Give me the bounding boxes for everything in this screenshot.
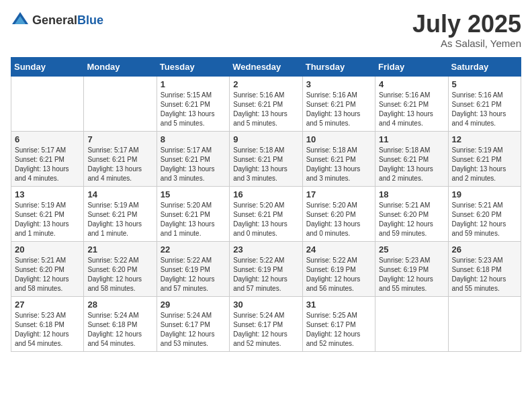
day-info: Sunrise: 5:22 AMSunset: 6:19 PMDaylight:…	[161, 256, 226, 293]
calendar-cell: 3Sunrise: 5:16 AMSunset: 6:21 PMDaylight…	[302, 76, 375, 131]
calendar-cell: 20Sunrise: 5:21 AMSunset: 6:20 PMDayligh…	[11, 241, 84, 296]
logo-icon	[11, 11, 30, 30]
title-area: July 2025 As Salasil, Yemen	[412, 11, 521, 49]
calendar-cell: 25Sunrise: 5:23 AMSunset: 6:19 PMDayligh…	[375, 241, 448, 296]
day-number: 11	[379, 134, 444, 144]
day-info: Sunrise: 5:17 AMSunset: 6:21 PMDaylight:…	[161, 146, 226, 183]
calendar-cell: 12Sunrise: 5:19 AMSunset: 6:21 PMDayligh…	[448, 131, 521, 186]
day-number: 16	[233, 189, 298, 199]
day-number: 8	[161, 134, 226, 144]
day-info: Sunrise: 5:22 AMSunset: 6:20 PMDaylight:…	[87, 256, 152, 293]
day-number: 20	[15, 244, 80, 255]
day-number: 7	[87, 134, 152, 144]
day-info: Sunrise: 5:22 AMSunset: 6:19 PMDaylight:…	[233, 256, 298, 293]
logo: GeneralBlue	[11, 11, 103, 30]
day-info: Sunrise: 5:18 AMSunset: 6:21 PMDaylight:…	[306, 146, 371, 183]
calendar-cell: 29Sunrise: 5:24 AMSunset: 6:17 PMDayligh…	[157, 296, 229, 351]
day-number: 18	[379, 189, 444, 199]
day-number: 30	[233, 300, 298, 310]
day-number: 2	[233, 79, 298, 89]
calendar-cell	[11, 76, 84, 131]
day-info: Sunrise: 5:16 AMSunset: 6:21 PMDaylight:…	[379, 91, 444, 128]
day-info: Sunrise: 5:24 AMSunset: 6:17 PMDaylight:…	[233, 311, 298, 349]
weekday-header: Thursday	[302, 57, 375, 76]
weekday-header: Monday	[84, 57, 157, 76]
weekday-header: Saturday	[448, 57, 521, 76]
calendar-cell: 16Sunrise: 5:20 AMSunset: 6:21 PMDayligh…	[230, 186, 302, 241]
day-info: Sunrise: 5:17 AMSunset: 6:21 PMDaylight:…	[15, 146, 80, 183]
day-number: 1	[161, 79, 226, 89]
calendar-cell: 24Sunrise: 5:22 AMSunset: 6:19 PMDayligh…	[302, 241, 375, 296]
calendar-table: SundayMondayTuesdayWednesdayThursdayFrid…	[11, 57, 521, 352]
day-number: 27	[15, 300, 80, 310]
day-number: 21	[87, 244, 152, 255]
calendar-cell: 27Sunrise: 5:23 AMSunset: 6:18 PMDayligh…	[11, 296, 84, 351]
calendar-cell: 5Sunrise: 5:16 AMSunset: 6:21 PMDaylight…	[448, 76, 521, 131]
day-info: Sunrise: 5:16 AMSunset: 6:21 PMDaylight:…	[306, 91, 371, 128]
calendar-cell: 23Sunrise: 5:22 AMSunset: 6:19 PMDayligh…	[230, 241, 302, 296]
day-info: Sunrise: 5:21 AMSunset: 6:20 PMDaylight:…	[452, 201, 517, 238]
day-number: 3	[306, 79, 371, 89]
calendar-cell: 31Sunrise: 5:25 AMSunset: 6:17 PMDayligh…	[302, 296, 375, 351]
calendar-cell: 2Sunrise: 5:16 AMSunset: 6:21 PMDaylight…	[230, 76, 302, 131]
day-info: Sunrise: 5:21 AMSunset: 6:20 PMDaylight:…	[379, 201, 444, 238]
calendar-cell: 6Sunrise: 5:17 AMSunset: 6:21 PMDaylight…	[11, 131, 84, 186]
page-header: GeneralBlue July 2025 As Salasil, Yemen	[11, 11, 521, 49]
day-info: Sunrise: 5:23 AMSunset: 6:18 PMDaylight:…	[452, 256, 517, 293]
weekday-header: Wednesday	[230, 57, 302, 76]
location-subtitle: As Salasil, Yemen	[412, 38, 521, 49]
day-number: 31	[306, 300, 371, 310]
calendar-cell	[84, 76, 157, 131]
calendar-week-row: 20Sunrise: 5:21 AMSunset: 6:20 PMDayligh…	[11, 241, 521, 296]
day-number: 26	[452, 244, 517, 255]
calendar-cell: 21Sunrise: 5:22 AMSunset: 6:20 PMDayligh…	[84, 241, 157, 296]
day-info: Sunrise: 5:19 AMSunset: 6:21 PMDaylight:…	[15, 201, 80, 238]
calendar-cell: 17Sunrise: 5:20 AMSunset: 6:20 PMDayligh…	[302, 186, 375, 241]
day-number: 28	[87, 300, 152, 310]
logo-text-general: General	[32, 13, 77, 27]
calendar-cell: 19Sunrise: 5:21 AMSunset: 6:20 PMDayligh…	[448, 186, 521, 241]
calendar-week-row: 6Sunrise: 5:17 AMSunset: 6:21 PMDaylight…	[11, 131, 521, 186]
calendar-cell: 8Sunrise: 5:17 AMSunset: 6:21 PMDaylight…	[157, 131, 229, 186]
day-info: Sunrise: 5:25 AMSunset: 6:17 PMDaylight:…	[306, 311, 371, 349]
day-number: 5	[452, 79, 517, 89]
logo-text-blue: Blue	[77, 13, 103, 27]
day-number: 17	[306, 189, 371, 199]
day-info: Sunrise: 5:23 AMSunset: 6:18 PMDaylight:…	[15, 311, 80, 349]
calendar-cell: 1Sunrise: 5:15 AMSunset: 6:21 PMDaylight…	[157, 76, 229, 131]
day-number: 25	[379, 244, 444, 255]
calendar-cell	[375, 296, 448, 351]
day-info: Sunrise: 5:22 AMSunset: 6:19 PMDaylight:…	[306, 256, 371, 293]
day-number: 22	[161, 244, 226, 255]
day-number: 29	[161, 300, 226, 310]
calendar-week-row: 1Sunrise: 5:15 AMSunset: 6:21 PMDaylight…	[11, 76, 521, 131]
calendar-cell: 13Sunrise: 5:19 AMSunset: 6:21 PMDayligh…	[11, 186, 84, 241]
calendar-week-row: 27Sunrise: 5:23 AMSunset: 6:18 PMDayligh…	[11, 296, 521, 351]
calendar-header-row: SundayMondayTuesdayWednesdayThursdayFrid…	[11, 57, 521, 76]
day-info: Sunrise: 5:20 AMSunset: 6:20 PMDaylight:…	[306, 201, 371, 238]
calendar-cell: 18Sunrise: 5:21 AMSunset: 6:20 PMDayligh…	[375, 186, 448, 241]
day-info: Sunrise: 5:19 AMSunset: 6:21 PMDaylight:…	[452, 146, 517, 183]
day-info: Sunrise: 5:16 AMSunset: 6:21 PMDaylight:…	[233, 91, 298, 128]
calendar-cell: 15Sunrise: 5:20 AMSunset: 6:21 PMDayligh…	[157, 186, 229, 241]
calendar-cell: 7Sunrise: 5:17 AMSunset: 6:21 PMDaylight…	[84, 131, 157, 186]
day-number: 24	[306, 244, 371, 255]
day-number: 10	[306, 134, 371, 144]
day-number: 19	[452, 189, 517, 199]
calendar-week-row: 13Sunrise: 5:19 AMSunset: 6:21 PMDayligh…	[11, 186, 521, 241]
day-info: Sunrise: 5:16 AMSunset: 6:21 PMDaylight:…	[452, 91, 517, 128]
day-number: 15	[161, 189, 226, 199]
calendar-cell: 30Sunrise: 5:24 AMSunset: 6:17 PMDayligh…	[230, 296, 302, 351]
calendar-cell: 11Sunrise: 5:18 AMSunset: 6:21 PMDayligh…	[375, 131, 448, 186]
calendar-cell	[448, 296, 521, 351]
weekday-header: Tuesday	[157, 57, 229, 76]
day-number: 4	[379, 79, 444, 89]
day-number: 23	[233, 244, 298, 255]
calendar-cell: 28Sunrise: 5:24 AMSunset: 6:18 PMDayligh…	[84, 296, 157, 351]
day-info: Sunrise: 5:19 AMSunset: 6:21 PMDaylight:…	[87, 201, 152, 238]
calendar-cell: 14Sunrise: 5:19 AMSunset: 6:21 PMDayligh…	[84, 186, 157, 241]
month-title: July 2025	[412, 11, 521, 38]
weekday-header: Sunday	[11, 57, 84, 76]
weekday-header: Friday	[375, 57, 448, 76]
day-info: Sunrise: 5:18 AMSunset: 6:21 PMDaylight:…	[379, 146, 444, 183]
